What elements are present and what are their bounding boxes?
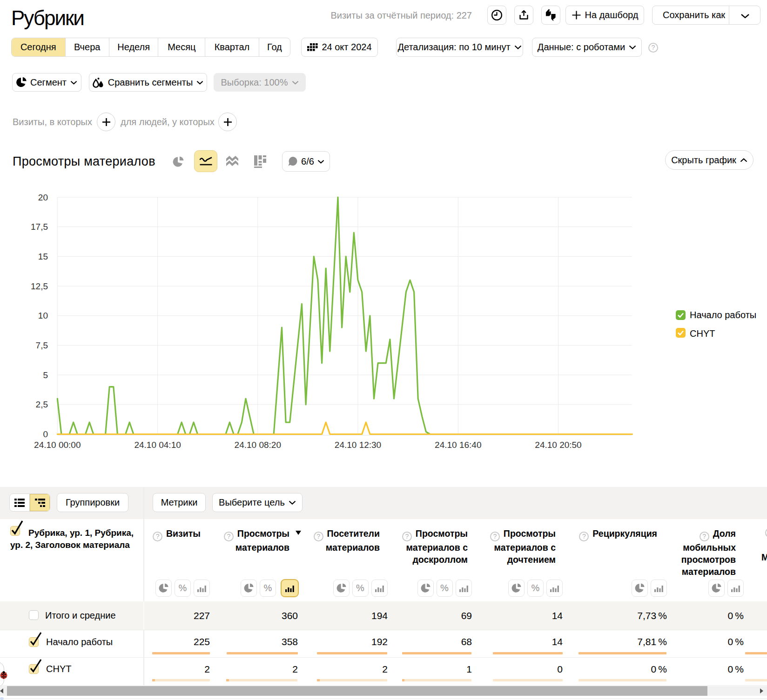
svg-text:17,5: 17,5 <box>31 222 48 232</box>
svg-text:2,5: 2,5 <box>36 400 48 409</box>
svg-text:5: 5 <box>43 370 48 380</box>
svg-text:7,5: 7,5 <box>36 340 48 350</box>
svg-text:24.10 16:40: 24.10 16:40 <box>435 440 481 450</box>
svg-text:24.10 08:20: 24.10 08:20 <box>235 440 281 450</box>
svg-text:24.10 20:50: 24.10 20:50 <box>535 440 581 450</box>
svg-text:0: 0 <box>43 429 48 439</box>
svg-text:24.10 12:30: 24.10 12:30 <box>335 440 381 450</box>
svg-text:15: 15 <box>38 252 48 261</box>
svg-text:10: 10 <box>38 311 48 320</box>
svg-text:24.10 00:00: 24.10 00:00 <box>34 440 81 450</box>
svg-text:12,5: 12,5 <box>31 281 48 291</box>
svg-text:20: 20 <box>38 193 48 202</box>
svg-text:24.10 04:10: 24.10 04:10 <box>134 440 181 450</box>
